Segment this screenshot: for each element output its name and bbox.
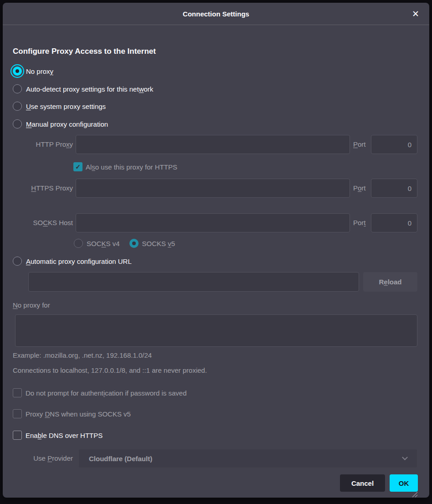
auto-proxy-controls: Reload — [3, 3, 429, 498]
resize-grip[interactable] — [409, 490, 418, 498]
socks-version-group: SOCKS v4 SOCKS v5 — [74, 238, 175, 249]
no-prompt-checkbox-label: Do not prompt for authentication if pass… — [26, 389, 187, 397]
checkbox-unchecked-icon — [13, 431, 22, 440]
provider-select-value: Cloudflare (Default) — [89, 455, 152, 463]
localhost-note-text: Connections to localhost, 127.0.0.1/8, a… — [13, 366, 207, 374]
share-proxy-checkbox-row[interactable]: ✓ Also use this proxy for HTTPS — [73, 161, 177, 172]
http-port-label: Port — [353, 135, 366, 154]
auto-proxy-section: Automatic proxy configuration URL — [3, 3, 429, 498]
radio-unselected-icon — [13, 257, 22, 266]
checkbox-unchecked-icon — [13, 409, 22, 418]
doh-checkbox-row[interactable]: Enable DNS over HTTPS — [13, 430, 103, 441]
no-proxy-for-textarea[interactable] — [15, 314, 417, 347]
no-prompt-checkbox-row[interactable]: Do not prompt for authentication if pass… — [13, 387, 187, 398]
radio-no-proxy[interactable]: No proxy — [13, 62, 53, 80]
socks-host-label: SOCKS Host — [13, 213, 73, 232]
radio-system-proxy-label: Use system proxy settings — [26, 103, 106, 110]
checkbox-checked-icon: ✓ — [73, 162, 82, 171]
radio-unselected-icon — [13, 84, 22, 93]
doh-provider-section: Use Provider Cloudflare (Default) — [3, 3, 429, 498]
checkbox-unchecked-icon — [13, 388, 22, 397]
no-proxy-for-section: No proxy for — [3, 3, 429, 498]
socks-host-input[interactable] — [76, 213, 350, 232]
use-provider-label: Use Provider — [13, 449, 73, 468]
http-proxy-label: HTTP Proxy — [13, 135, 73, 154]
proxy-dns-checkbox-row[interactable]: Proxy DNS when using SOCKS v5 — [13, 408, 131, 419]
proxy-mode-group: No proxy Auto-detect proxy settings for … — [3, 3, 429, 498]
chevron-down-icon — [402, 454, 408, 460]
ok-button[interactable]: OK — [390, 474, 418, 492]
proxy-dns-checkbox-label: Proxy DNS when using SOCKS v5 — [26, 410, 131, 418]
connection-settings-dialog: Connection Settings ✕ Configure Proxy Ac… — [3, 3, 429, 498]
radio-socks-v5[interactable] — [129, 239, 139, 248]
socks-port-input[interactable] — [371, 213, 417, 232]
radio-socks-v4[interactable] — [74, 239, 83, 248]
check-icon: ✓ — [75, 164, 81, 170]
https-proxy-label: HTTPS Proxy — [13, 179, 73, 198]
reload-button[interactable]: Reload — [363, 272, 417, 292]
radio-auto-detect-label: Auto-detect proxy settings for this netw… — [26, 85, 153, 93]
manual-proxy-section: HTTP Proxy Port ✓ Also use this proxy fo… — [3, 3, 429, 498]
socks-v4-label: SOCKS v4 — [87, 240, 120, 247]
section-heading: Configure Proxy Access to the Internet — [13, 47, 156, 56]
share-proxy-checkbox-label: Also use this proxy for HTTPS — [86, 163, 177, 171]
radio-no-proxy-label: No proxy — [26, 67, 53, 75]
socks-v5-label: SOCKS v5 — [142, 240, 175, 247]
socks-port-label: Port — [353, 213, 366, 232]
cancel-button[interactable]: Cancel — [340, 474, 385, 492]
http-port-input[interactable] — [371, 135, 417, 154]
no-proxy-example-text: Example: .mozilla.org, .net.nz, 192.168.… — [13, 351, 152, 359]
auto-url-input[interactable] — [28, 272, 359, 292]
doh-section: Enable DNS over HTTPS — [3, 3, 429, 498]
https-port-input[interactable] — [371, 179, 417, 198]
radio-manual-proxy[interactable]: Manual proxy configuration — [13, 115, 108, 133]
radio-auto-url[interactable]: Automatic proxy configuration URL — [13, 252, 132, 270]
close-icon[interactable]: ✕ — [408, 8, 423, 20]
doh-checkbox-label: Enable DNS over HTTPS — [26, 432, 103, 439]
no-proxy-for-label: No proxy for — [13, 301, 50, 309]
https-port-label: Port — [353, 179, 366, 198]
radio-auto-url-label: Automatic proxy configuration URL — [26, 257, 132, 265]
http-proxy-input[interactable] — [76, 135, 350, 154]
radio-unselected-icon — [13, 102, 22, 111]
dialog-title: Connection Settings — [183, 10, 249, 18]
radio-manual-proxy-label: Manual proxy configuration — [26, 120, 108, 128]
radio-selected-icon — [13, 67, 22, 76]
dialog-titlebar: Connection Settings ✕ — [3, 3, 429, 25]
radio-auto-detect[interactable]: Auto-detect proxy settings for this netw… — [13, 80, 153, 98]
provider-select[interactable]: Cloudflare (Default) — [78, 449, 417, 468]
radio-unselected-icon — [13, 119, 22, 129]
radio-system-proxy[interactable]: Use system proxy settings — [13, 98, 106, 115]
auth-options-section: Do not prompt for authentication if pass… — [3, 3, 429, 498]
https-proxy-input[interactable] — [76, 179, 350, 198]
